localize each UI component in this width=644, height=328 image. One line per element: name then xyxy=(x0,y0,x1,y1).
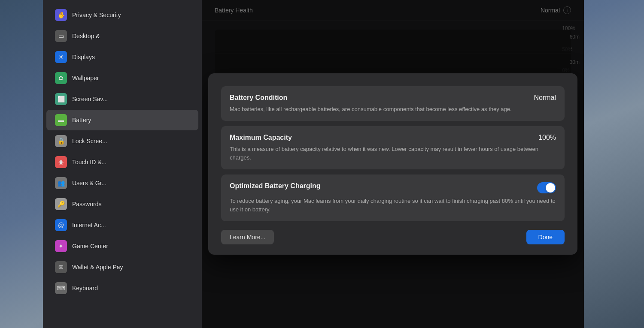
sidebar-item-label: Wallet & Apple Pay xyxy=(72,264,123,271)
sidebar-item-screen-saver[interactable]: ⬜ Screen Sav... xyxy=(46,89,198,109)
maximum-capacity-value: 100% xyxy=(538,134,556,141)
internet-icon: @ xyxy=(55,219,67,231)
maximum-capacity-desc: This is a measure of battery capacity re… xyxy=(230,145,556,162)
sidebar-item-users[interactable]: 👥 Users & Gr... xyxy=(46,173,198,193)
privacy-security-icon: 🖐 xyxy=(55,9,67,21)
optimized-charging-header: Optimized Battery Charging xyxy=(230,182,556,193)
settings-window: 🖐 Privacy & Security ▭ Desktop & ☀ Displ… xyxy=(43,0,584,328)
sidebar-item-wallet[interactable]: ✉ Wallet & Apple Pay xyxy=(46,257,198,277)
displays-icon: ☀ xyxy=(55,51,67,63)
sidebar-item-touch-id[interactable]: ◉ Touch ID &... xyxy=(46,152,198,172)
sidebar-item-lock-screen[interactable]: 🔒 Lock Scree... xyxy=(46,131,198,151)
battery-condition-value: Normal xyxy=(534,94,556,102)
sidebar-item-game-center[interactable]: ✦ Game Center xyxy=(46,236,198,256)
sidebar-item-label: Game Center xyxy=(72,243,108,250)
main-content: Battery Health Normal i 100% 50% 0% xyxy=(202,0,584,328)
touch-id-icon: ◉ xyxy=(55,156,67,168)
sidebar-item-desktop[interactable]: ▭ Desktop & xyxy=(46,26,198,46)
maximum-capacity-card: Maximum Capacity 100% This is a measure … xyxy=(221,126,565,169)
sidebar-item-label: Desktop & xyxy=(72,33,100,39)
battery-condition-card: Battery Condition Normal Mac batteries, … xyxy=(221,86,565,121)
optimized-charging-title: Optimized Battery Charging xyxy=(230,182,321,190)
toggle-knob xyxy=(546,183,555,193)
optimized-charging-desc: To reduce battery aging, your Mac learns… xyxy=(230,197,556,214)
sidebar-item-keyboard[interactable]: ⌨ Keyboard xyxy=(46,278,198,298)
optimized-charging-card: Optimized Battery Charging To reduce bat… xyxy=(221,175,565,221)
maximum-capacity-header: Maximum Capacity 100% xyxy=(230,134,556,141)
sidebar-item-label: Internet Ac... xyxy=(72,222,106,229)
wallet-icon: ✉ xyxy=(55,261,67,273)
sidebar-item-battery[interactable]: ▬ Battery xyxy=(46,110,198,130)
sidebar-item-passwords[interactable]: 🔑 Passwords xyxy=(46,194,198,214)
optimized-charging-toggle[interactable] xyxy=(537,182,556,193)
sidebar-item-label: Passwords xyxy=(72,201,101,208)
keyboard-icon: ⌨ xyxy=(55,282,67,294)
battery-condition-desc: Mac batteries, like all rechargeable bat… xyxy=(230,105,556,114)
game-center-icon: ✦ xyxy=(55,240,67,252)
sidebar-item-label: Touch ID &... xyxy=(72,159,106,166)
sidebar-item-label: Keyboard xyxy=(72,285,98,292)
sidebar-item-displays[interactable]: ☀ Displays xyxy=(46,47,198,67)
wallpaper-icon: ✿ xyxy=(55,72,67,84)
sidebar-item-label: Battery xyxy=(72,117,91,123)
sidebar-item-label: Privacy & Security xyxy=(72,12,121,18)
sidebar-item-label: Screen Sav... xyxy=(72,96,108,102)
sidebar-item-wallpaper[interactable]: ✿ Wallpaper xyxy=(46,68,198,88)
modal-overlay: Battery Condition Normal Mac batteries, … xyxy=(202,0,584,328)
maximum-capacity-title: Maximum Capacity xyxy=(230,134,292,141)
battery-condition-header: Battery Condition Normal xyxy=(230,94,556,102)
sidebar-item-label: Users & Gr... xyxy=(72,180,106,187)
battery-health-modal: Battery Condition Normal Mac batteries, … xyxy=(208,73,577,255)
passwords-icon: 🔑 xyxy=(55,198,67,210)
modal-footer: Learn More... Done xyxy=(221,230,565,244)
sidebar-item-label: Wallpaper xyxy=(72,75,99,81)
battery-condition-title: Battery Condition xyxy=(230,94,287,102)
users-icon: 👥 xyxy=(55,177,67,189)
sidebar-item-internet[interactable]: @ Internet Ac... xyxy=(46,215,198,235)
screen-saver-icon: ⬜ xyxy=(55,93,67,105)
desktop-icon: ▭ xyxy=(55,30,67,42)
sidebar-item-label: Displays xyxy=(72,54,95,60)
battery-icon: ▬ xyxy=(55,114,67,126)
sidebar-item-label: Lock Scree... xyxy=(72,138,107,144)
sidebar: 🖐 Privacy & Security ▭ Desktop & ☀ Displ… xyxy=(43,0,202,328)
sidebar-item-privacy-security[interactable]: 🖐 Privacy & Security xyxy=(46,5,198,25)
learn-more-button[interactable]: Learn More... xyxy=(221,230,274,244)
done-button[interactable]: Done xyxy=(526,230,565,244)
lock-screen-icon: 🔒 xyxy=(55,135,67,147)
